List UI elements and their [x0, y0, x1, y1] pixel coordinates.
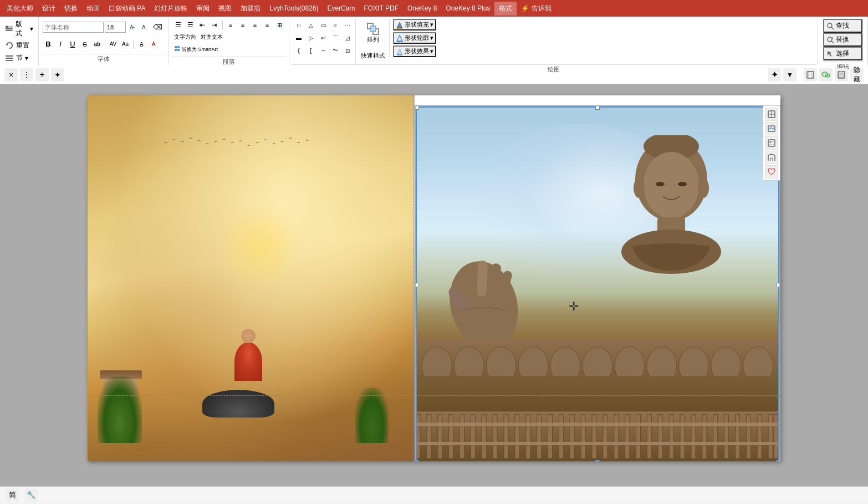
italic-button[interactable]: I — [55, 39, 66, 50]
menu-onekey8plus[interactable]: OneKey 8 Plus — [441, 2, 494, 14]
mini-btn-1[interactable] — [765, 108, 778, 121]
select-button[interactable]: 选择 — [823, 47, 862, 60]
font-name-input[interactable] — [43, 22, 104, 33]
menu-donghua[interactable]: 动画 — [82, 2, 104, 16]
menu-sheji[interactable]: 设计 — [38, 2, 60, 16]
shape-arrow-btn[interactable]: ↩ — [318, 33, 329, 43]
align-right-button[interactable]: ≡ — [249, 19, 261, 30]
mini-btn-4[interactable] — [765, 151, 778, 164]
highlight-button[interactable]: A̲ — [136, 39, 147, 50]
shape-more-btn[interactable]: ⋯ — [342, 19, 353, 30]
mini-btn-5[interactable] — [765, 165, 778, 179]
menu-qiehuan[interactable]: 切换 — [60, 2, 82, 16]
menu-gaosuwо[interactable]: ⚡ 告诉我 — [517, 2, 555, 16]
menu-onekey8[interactable]: OneKey 8 — [403, 2, 441, 14]
slide-canvas[interactable]: ✛ — [0, 84, 868, 486]
shape-expand-btn[interactable]: ⊡ — [342, 45, 353, 56]
chongzhi-button[interactable]: 重置 — [3, 40, 35, 52]
drag-handle-button[interactable]: ⋮ — [20, 68, 33, 82]
mini-btn-2[interactable] — [765, 122, 778, 135]
font-color-button[interactable]: A — [148, 39, 159, 50]
image-buddha[interactable]: ✛ — [415, 105, 780, 461]
menu-foxit[interactable]: FOXIT PDF — [360, 2, 403, 14]
align-text-button[interactable]: 对齐文本 — [199, 32, 224, 43]
banshi-button[interactable]: 版式 ▾ — [3, 18, 35, 39]
jie-button[interactable]: 节 ▾ — [3, 52, 35, 64]
shape-wave-btn[interactable]: 〜 — [330, 45, 341, 55]
indent-increase-button[interactable]: ⇥ — [209, 19, 220, 30]
arrange-button[interactable]: 排列 — [359, 19, 387, 47]
wrench-button[interactable]: 🔧 — [24, 488, 38, 502]
align-center-button[interactable]: ≡ — [237, 19, 248, 30]
menu-kudong[interactable]: 口袋动画 PA — [104, 2, 150, 16]
shadow-button[interactable]: ab — [91, 39, 103, 50]
sparkle-button[interactable]: ✦ — [51, 68, 64, 82]
indent-decrease-button[interactable]: ⇤ — [197, 19, 208, 30]
quick-style-button[interactable]: 快速样式 — [359, 48, 387, 63]
bold-button[interactable]: B — [43, 39, 54, 50]
shape-triangle-btn[interactable]: △ — [305, 20, 316, 30]
star-toolbar-button[interactable]: ✦ — [768, 68, 781, 82]
close-slide-button[interactable]: × — [4, 68, 18, 82]
text-direction-button[interactable]: 文字方向 — [172, 32, 198, 43]
image-monk[interactable] — [88, 95, 415, 461]
svg-point-62 — [711, 347, 741, 376]
save-button[interactable] — [835, 68, 848, 82]
bullet-list-button[interactable]: ☰ — [172, 19, 183, 30]
shape-rounded-btn[interactable]: ▭ — [318, 20, 329, 30]
strikethrough-button[interactable]: S — [79, 39, 90, 50]
shape-fill-button[interactable]: 形状填充 ▾ — [393, 19, 436, 30]
font-size-input[interactable] — [105, 22, 126, 33]
menu-geshi[interactable]: 格式 — [494, 2, 517, 16]
char-spacing-button[interactable]: AV — [108, 39, 119, 50]
col-button[interactable]: ⊞ — [274, 19, 285, 30]
align-left-button[interactable]: ≡ — [225, 19, 236, 30]
hide-button[interactable]: 隐藏 — [850, 68, 864, 82]
slide[interactable]: ✛ — [88, 95, 780, 461]
svg-rect-93 — [735, 414, 739, 459]
shape-arc-btn[interactable]: ⌢ — [318, 45, 329, 55]
simplified-chinese-button[interactable]: 简 — [6, 488, 19, 502]
shape-curve-btn[interactable]: ⌒ — [330, 33, 341, 43]
shape-brace-btn[interactable]: { — [293, 45, 304, 55]
shape-ellipse-btn[interactable]: ○ — [330, 20, 341, 30]
light-effect — [218, 205, 302, 288]
menu-shenyue[interactable]: 审阅 — [192, 2, 214, 16]
svg-rect-90 — [702, 414, 707, 459]
clear-format-button[interactable]: ⌫ — [151, 22, 164, 33]
font-size-increase-button[interactable]: A+ — [127, 22, 138, 33]
svg-point-53 — [422, 347, 452, 376]
find-button[interactable]: 查找 — [823, 19, 862, 33]
shape-outline-button[interactable]: 形状轮廓 ▾ — [393, 32, 436, 44]
numbered-list-button[interactable]: ☰ — [185, 19, 196, 30]
svg-point-31 — [823, 74, 824, 75]
monk-figure — [234, 331, 262, 381]
menu-jiazaixiang[interactable]: 加载项 — [236, 2, 265, 16]
convert-smartart-button[interactable]: 转换为 SmartArt — [172, 44, 219, 55]
shape-square-btn[interactable]: □ — [293, 20, 304, 30]
menu-evercam[interactable]: EverCam — [323, 2, 360, 14]
shape-line-btn[interactable]: ◿ — [342, 33, 353, 43]
underline-button[interactable]: U — [67, 39, 78, 50]
font-section-label: 字体 — [41, 54, 166, 64]
shape-rect-btn[interactable]: ▬ — [293, 33, 304, 43]
menu-lvyh[interactable]: LvyhTools(0826) — [265, 2, 323, 14]
add-slide-button[interactable]: + — [35, 68, 49, 82]
char-case-button[interactable]: Aa — [120, 39, 131, 50]
menu-huandengpian[interactable]: 幻灯片放映 — [150, 2, 192, 16]
menu-meihua[interactable]: 美化大师 — [2, 2, 38, 16]
frame-toolbar-button[interactable] — [804, 68, 817, 82]
dropdown-toolbar-button[interactable]: ▼ — [783, 68, 796, 82]
shape-chevron-btn[interactable]: ▷ — [305, 33, 316, 43]
replace-button[interactable]: 替换 — [823, 33, 862, 47]
mini-btn-3[interactable] — [765, 136, 778, 150]
wechat-button[interactable] — [819, 68, 833, 82]
menu-shitu[interactable]: 视图 — [214, 2, 236, 16]
svg-rect-92 — [724, 414, 729, 459]
font-size-decrease-button[interactable]: A- — [139, 22, 150, 33]
drawing-section-label: 绘图 — [292, 64, 815, 75]
shape-effect-button[interactable]: 形状效果 ▾ — [393, 45, 436, 57]
svg-rect-72 — [504, 414, 508, 459]
shape-bracket-btn[interactable]: [ — [305, 45, 316, 55]
align-justify-button[interactable]: ≡ — [262, 19, 273, 30]
